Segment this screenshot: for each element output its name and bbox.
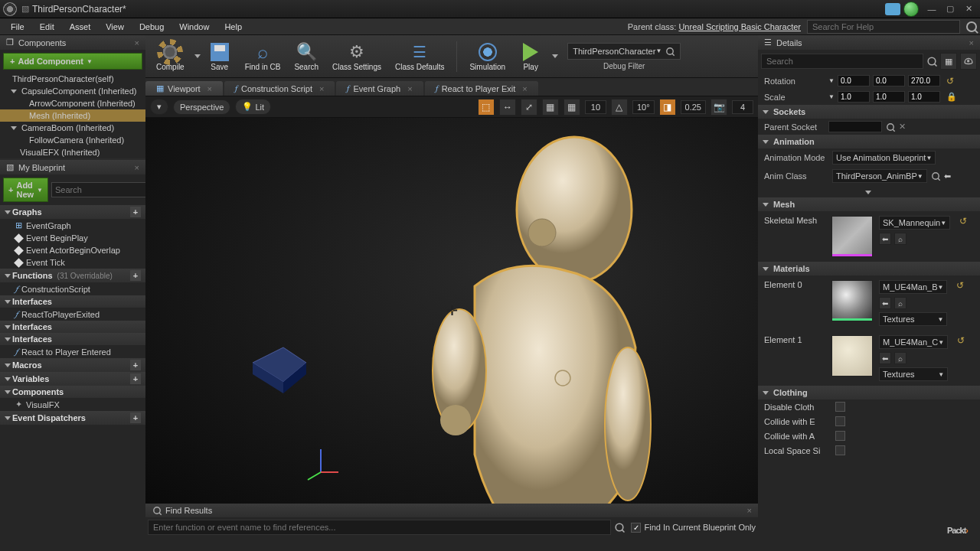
reset-icon[interactable]: ↺ [946,76,954,86]
add-icon[interactable]: + [130,207,141,217]
simulation-button[interactable]: Simulation [463,37,511,77]
mesh-thumbnail[interactable] [831,216,873,257]
list-item[interactable]: Event BeginPlay [0,232,145,244]
close-icon[interactable]: × [522,84,527,93]
reset-icon[interactable]: ↺ [956,280,964,291]
select-mode-icon[interactable]: ⬚ [478,99,495,116]
checkbox[interactable] [835,445,845,455]
add-new-button[interactable]: +Add New▼ [3,178,48,202]
close-icon[interactable]: × [969,38,974,47]
parent-socket-input[interactable] [828,121,882,132]
material-combo[interactable]: M_UE4Man_C▼ [879,335,948,349]
checkbox[interactable] [835,402,845,412]
compile-button[interactable]: Compile [150,37,191,77]
component-tree-item[interactable]: ThirdPersonCharacter(self) [0,73,145,85]
component-tree-item[interactable]: FollowCamera (Inherited) [0,134,145,146]
material-thumbnail[interactable] [831,280,873,321]
find-input[interactable] [148,520,611,535]
animation-category[interactable]: Animation [758,135,980,148]
section-header[interactable]: Interfaces [0,321,145,333]
list-item[interactable]: 𝑓 ConstructionScript [0,282,145,295]
search-icon[interactable] [927,57,936,65]
use-arrow-icon[interactable]: ⬅ [879,352,891,364]
lock-icon[interactable]: 🔒 [946,92,957,102]
menu-window[interactable]: Window [172,21,217,33]
editor-tab[interactable]: ▦ Viewport× [145,81,223,96]
list-item[interactable]: Event Tick [0,256,145,269]
menu-debug[interactable]: Debug [132,21,172,33]
add-icon[interactable]: + [130,412,141,423]
camera-speed-value[interactable]: 4 [732,100,753,114]
scale-x[interactable] [838,91,870,103]
browse-icon[interactable]: ⌕ [894,352,906,364]
material-thumbnail[interactable] [831,335,873,377]
angle-snap-value[interactable]: 10° [632,100,655,114]
scale-mode-icon[interactable]: ▦ [542,99,559,116]
chevron-down-icon[interactable] [194,54,201,58]
chat-icon[interactable] [885,3,900,15]
clothing-category[interactable]: Clothing [758,386,980,399]
angle-snap-icon[interactable]: △ [611,99,628,116]
editor-tab[interactable]: 𝑓 React to Player Exit× [425,81,538,96]
list-item[interactable]: 𝑓 React to Player Entered [0,345,145,358]
perspective-button[interactable]: Perspective [173,99,230,115]
component-tree-item[interactable]: Mesh (Inherited) [0,109,145,122]
chevron-down-icon[interactable] [552,54,558,58]
close-icon[interactable]: × [135,38,139,47]
list-item[interactable]: ⊞ EventGraph [0,219,145,232]
section-header[interactable]: Interfaces [0,333,145,345]
close-icon[interactable]: × [407,84,412,93]
search-icon[interactable] [932,172,939,180]
add-component-button[interactable]: +Add Component▼ [3,53,142,70]
grid-snap-value[interactable]: 10 [585,100,606,114]
menu-asset[interactable]: Asset [62,21,99,33]
save-button[interactable]: Save [202,37,237,77]
class-settings-button[interactable]: ⚙Class Settings [326,37,387,77]
sockets-category[interactable]: Sockets [758,105,980,119]
back-arrow-icon[interactable]: ⬅ [944,171,951,181]
section-header[interactable]: Components [0,386,145,398]
scale-z[interactable] [908,91,940,103]
list-item[interactable]: 𝑓 ReactToPlayerExited [0,308,145,321]
materials-category[interactable]: Materials [758,262,980,276]
browse-icon[interactable]: ⌕ [894,297,906,309]
expand-icon[interactable] [865,191,871,194]
maximize-button[interactable]: ▢ [942,2,959,16]
find-in-cb-button[interactable]: ⌕Find in CB [239,37,287,77]
3d-viewport[interactable]: ✛ [145,118,758,504]
menu-file[interactable]: File [3,21,32,33]
parent-class-link[interactable]: Unreal Scripting Basic Character [678,22,801,31]
section-header[interactable]: Variables+ [0,372,145,386]
search-button[interactable]: 🔍Search [288,37,325,77]
use-arrow-icon[interactable]: ⬅ [879,297,891,309]
add-icon[interactable]: + [130,270,141,281]
section-header[interactable]: Graphs+ [0,205,145,219]
eye-icon[interactable] [960,53,977,70]
property-matrix-icon[interactable]: ▦ [940,53,957,70]
details-search-input[interactable] [761,54,923,69]
scale-snap-icon[interactable]: ◨ [659,99,676,116]
close-icon[interactable]: × [135,163,139,172]
anim-mode-combo[interactable]: Use Animation Blueprint▼ [832,151,936,165]
menu-edit[interactable]: Edit [32,21,62,33]
textures-combo[interactable]: Textures▼ [879,367,948,381]
search-icon[interactable] [887,123,894,131]
checkbox[interactable] [835,416,845,426]
editor-tab[interactable]: 𝑓 Construction Script× [224,81,335,96]
translate-mode-icon[interactable]: ↔ [499,99,516,116]
add-icon[interactable]: + [130,373,141,384]
mesh-category[interactable]: Mesh [758,197,980,211]
list-item[interactable]: ✦ VisualFX [0,398,145,411]
component-tree-item[interactable]: CameraBoom (Inherited) [0,122,145,134]
component-tree-item[interactable]: ArrowComponent (Inherited) [0,97,145,109]
section-header[interactable]: Interfaces [0,295,145,308]
component-tree-item[interactable]: CapsuleComponent (Inherited) [0,85,145,97]
debug-object-selector[interactable]: ThirdPersonCharacter▼ [567,43,681,60]
close-icon[interactable]: × [207,84,212,93]
reset-icon[interactable]: ↺ [959,216,967,227]
close-icon[interactable]: × [747,506,752,515]
section-header[interactable]: Macros+ [0,358,145,372]
scale-snap-value[interactable]: 0.25 [681,100,706,114]
lit-mode-button[interactable]: 💡 Lit [235,99,271,115]
play-button[interactable]: Play [513,37,548,77]
